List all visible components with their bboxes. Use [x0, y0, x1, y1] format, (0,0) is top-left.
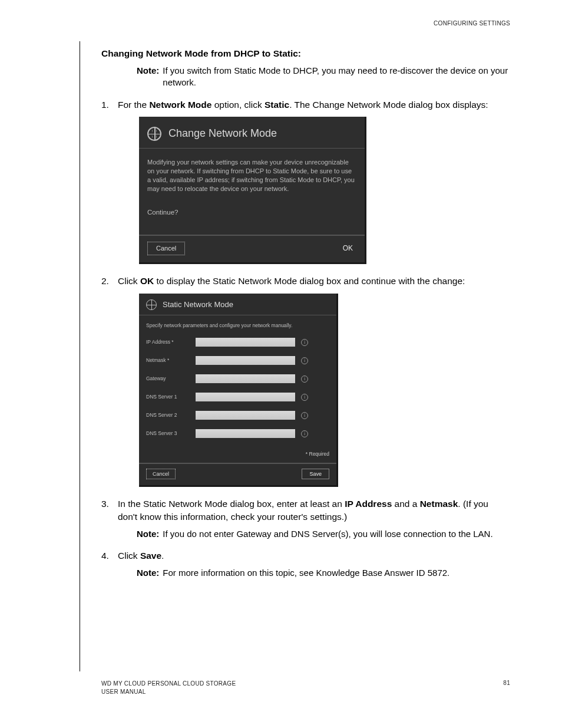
step-number: 2.: [101, 275, 109, 288]
note-text: For more information on this topic, see …: [163, 567, 510, 579]
step-4: 4. Click Save. Note: For more informatio…: [101, 549, 510, 579]
footer-left: WD MY CLOUD PERSONAL CLOUD STORAGE USER …: [101, 680, 236, 696]
header-section: CONFIGURING SETTINGS: [434, 20, 510, 27]
dialog-footer: Cancel Save: [139, 463, 336, 486]
dialog-body-text: Modifying your network settings can make…: [139, 149, 365, 195]
field-label: IP Address *: [146, 339, 190, 346]
footer-line1: WD MY CLOUD PERSONAL CLOUD STORAGE: [101, 680, 236, 688]
dns2-input[interactable]: [196, 411, 295, 420]
note-label: Note:: [137, 65, 159, 89]
text: to display the Static Network Mode dialo…: [154, 276, 465, 286]
text: . The Change Network Mode dialog box dis…: [289, 100, 488, 110]
globe-icon: [146, 299, 157, 310]
step-1: 1. For the Network Mode option, click St…: [101, 98, 510, 265]
field-label: DNS Server 3: [146, 430, 190, 437]
page-footer: WD MY CLOUD PERSONAL CLOUD STORAGE USER …: [101, 680, 510, 696]
info-icon[interactable]: [301, 339, 308, 346]
dialog-header: Change Network Mode: [139, 117, 365, 148]
text: option, click: [211, 100, 265, 110]
required-note: * Required: [139, 451, 336, 463]
text: Click: [118, 551, 140, 561]
field-label: DNS Server 2: [146, 412, 190, 419]
step-number: 4.: [101, 549, 109, 562]
field-label: DNS Server 1: [146, 394, 190, 401]
ip-address-input[interactable]: [196, 338, 295, 347]
form-fields: IP Address * Netmask * Gateway: [139, 333, 336, 451]
text: and a: [392, 499, 419, 509]
step-number: 3.: [101, 498, 109, 510]
bold-text: IP Address: [345, 499, 392, 509]
note-label: Note:: [137, 528, 159, 540]
field-label: Gateway: [146, 375, 190, 383]
field-row-dns2: DNS Server 2: [146, 411, 329, 420]
gateway-input[interactable]: [196, 374, 295, 383]
bold-text: OK: [140, 276, 154, 286]
field-row-netmask: Netmask *: [146, 356, 329, 365]
dialog-subtitle: Specify network parameters and configure…: [139, 315, 336, 333]
cancel-button[interactable]: Cancel: [147, 242, 185, 255]
field-row-gateway: Gateway: [146, 374, 329, 383]
note-text: If you do not enter Gateway and DNS Serv…: [163, 528, 510, 540]
page-content: Changing Network Mode from DHCP to Stati…: [101, 48, 510, 588]
field-row-dns1: DNS Server 1: [146, 393, 329, 401]
info-icon[interactable]: [301, 394, 308, 401]
bold-text: Netmask: [420, 499, 458, 509]
note-1: Note: If you switch from Static Mode to …: [137, 65, 510, 89]
note-text: If you switch from Static Mode to DHCP, …: [163, 65, 510, 89]
step-3: 3. In the Static Network Mode dialog box…: [101, 498, 510, 540]
text: For the: [118, 100, 149, 110]
static-network-mode-dialog: Static Network Mode Specify network para…: [139, 294, 338, 487]
footer-line2: USER MANUAL: [101, 688, 236, 696]
note-label: Note:: [137, 567, 159, 579]
netmask-input[interactable]: [196, 356, 295, 365]
ok-button[interactable]: OK: [343, 243, 356, 253]
section-title: Changing Network Mode from DHCP to Stati…: [101, 48, 510, 59]
field-label: Netmask *: [146, 357, 190, 364]
dialog-footer: Cancel OK: [139, 235, 365, 262]
text: Click: [118, 276, 140, 286]
info-icon[interactable]: [301, 375, 308, 383]
page-number: 81: [503, 680, 510, 686]
cancel-button[interactable]: Cancel: [146, 469, 176, 480]
dns1-input[interactable]: [196, 393, 295, 401]
dialog-title: Change Network Mode: [168, 126, 277, 141]
globe-icon: [147, 127, 161, 141]
note-3: Note: For more information on this topic…: [137, 567, 510, 579]
text: .: [161, 551, 164, 561]
step-number: 1.: [101, 98, 109, 111]
field-row-ip: IP Address *: [146, 338, 329, 347]
text: In the Static Network Mode dialog box, e…: [118, 499, 345, 509]
bold-text: Static: [265, 100, 289, 110]
bold-text: Save: [140, 551, 161, 561]
note-2: Note: If you do not enter Gateway and DN…: [137, 528, 510, 540]
dialog-continue-text: Continue?: [139, 196, 365, 235]
dns3-input[interactable]: [196, 429, 295, 438]
dialog-header: Static Network Mode: [139, 294, 336, 315]
dialog-title: Static Network Mode: [163, 299, 233, 310]
field-row-dns3: DNS Server 3: [146, 429, 329, 438]
vertical-rule: [80, 41, 80, 671]
change-network-mode-dialog: Change Network Mode Modifying your netwo…: [139, 117, 366, 264]
bold-text: Network Mode: [149, 100, 211, 110]
info-icon[interactable]: [301, 357, 308, 364]
info-icon[interactable]: [301, 412, 308, 419]
save-button[interactable]: Save: [302, 469, 329, 480]
info-icon[interactable]: [301, 430, 308, 437]
step-2: 2. Click OK to display the Static Networ…: [101, 275, 510, 487]
